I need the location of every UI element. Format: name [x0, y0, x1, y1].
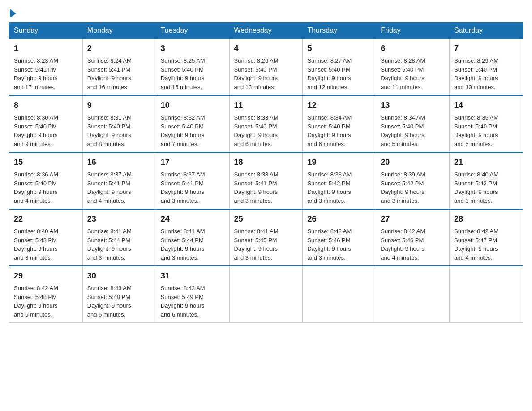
- calendar-week-row: 1Sunrise: 8:23 AMSunset: 5:41 PMDaylight…: [9, 39, 523, 95]
- calendar-cell: [450, 266, 523, 323]
- day-number: 25: [234, 213, 298, 225]
- day-number: 22: [14, 213, 78, 225]
- day-number: 11: [234, 99, 298, 111]
- day-number: 31: [161, 270, 225, 282]
- calendar-cell: 14Sunrise: 8:35 AMSunset: 5:40 PMDayligh…: [450, 95, 523, 152]
- calendar-cell: 19Sunrise: 8:38 AMSunset: 5:42 PMDayligh…: [303, 152, 376, 209]
- day-number: 23: [87, 213, 151, 225]
- day-number: 2: [87, 43, 151, 55]
- calendar-cell: 23Sunrise: 8:41 AMSunset: 5:44 PMDayligh…: [82, 209, 156, 266]
- calendar-cell: 3Sunrise: 8:25 AMSunset: 5:40 PMDaylight…: [156, 39, 229, 95]
- page-header: [9, 9, 523, 18]
- calendar-cell: 13Sunrise: 8:34 AMSunset: 5:40 PMDayligh…: [376, 95, 450, 152]
- day-number: 20: [381, 156, 445, 168]
- calendar-week-row: 15Sunrise: 8:36 AMSunset: 5:40 PMDayligh…: [9, 152, 523, 209]
- calendar-cell: 27Sunrise: 8:42 AMSunset: 5:46 PMDayligh…: [376, 209, 450, 266]
- calendar-cell: 16Sunrise: 8:37 AMSunset: 5:41 PMDayligh…: [82, 152, 156, 209]
- calendar-cell: 24Sunrise: 8:41 AMSunset: 5:44 PMDayligh…: [156, 209, 229, 266]
- calendar-header-thursday: Thursday: [303, 23, 376, 39]
- calendar-week-row: 22Sunrise: 8:40 AMSunset: 5:43 PMDayligh…: [9, 209, 523, 266]
- calendar-cell: [229, 266, 303, 323]
- day-number: 24: [161, 213, 225, 225]
- calendar-cell: 20Sunrise: 8:39 AMSunset: 5:42 PMDayligh…: [376, 152, 450, 209]
- day-number: 29: [14, 270, 78, 282]
- calendar-header-row: SundayMondayTuesdayWednesdayThursdayFrid…: [9, 23, 523, 39]
- calendar-cell: 6Sunrise: 8:28 AMSunset: 5:40 PMDaylight…: [376, 39, 450, 95]
- day-number: 4: [234, 43, 298, 55]
- calendar-cell: [376, 266, 450, 323]
- calendar-cell: 15Sunrise: 8:36 AMSunset: 5:40 PMDayligh…: [9, 152, 83, 209]
- day-number: 28: [454, 213, 518, 225]
- day-number: 15: [14, 156, 78, 168]
- calendar-cell: 26Sunrise: 8:42 AMSunset: 5:46 PMDayligh…: [303, 209, 376, 266]
- day-number: 13: [381, 99, 445, 111]
- day-number: 19: [307, 156, 371, 168]
- calendar-cell: 4Sunrise: 8:26 AMSunset: 5:40 PMDaylight…: [229, 39, 303, 95]
- calendar-cell: 29Sunrise: 8:42 AMSunset: 5:48 PMDayligh…: [9, 266, 83, 323]
- day-number: 12: [307, 99, 371, 111]
- day-number: 30: [87, 270, 151, 282]
- day-number: 21: [454, 156, 518, 168]
- day-number: 18: [234, 156, 298, 168]
- day-number: 1: [14, 43, 78, 55]
- day-number: 7: [454, 43, 518, 55]
- calendar-header-wednesday: Wednesday: [229, 23, 303, 39]
- calendar-header-saturday: Saturday: [450, 23, 523, 39]
- calendar-cell: 5Sunrise: 8:27 AMSunset: 5:40 PMDaylight…: [303, 39, 376, 95]
- calendar-header-tuesday: Tuesday: [156, 23, 229, 39]
- calendar-cell: [303, 266, 376, 323]
- day-number: 27: [381, 213, 445, 225]
- calendar-cell: 18Sunrise: 8:38 AMSunset: 5:41 PMDayligh…: [229, 152, 303, 209]
- calendar-cell: 30Sunrise: 8:43 AMSunset: 5:48 PMDayligh…: [82, 266, 156, 323]
- calendar-header-sunday: Sunday: [9, 23, 83, 39]
- calendar-cell: 7Sunrise: 8:29 AMSunset: 5:40 PMDaylight…: [450, 39, 523, 95]
- logo: [9, 9, 17, 18]
- day-number: 3: [161, 43, 225, 55]
- day-number: 6: [381, 43, 445, 55]
- calendar-cell: 8Sunrise: 8:30 AMSunset: 5:40 PMDaylight…: [9, 95, 83, 152]
- calendar-week-row: 29Sunrise: 8:42 AMSunset: 5:48 PMDayligh…: [9, 266, 523, 323]
- logo-arrow-icon: [10, 9, 16, 18]
- calendar-cell: 9Sunrise: 8:31 AMSunset: 5:40 PMDaylight…: [82, 95, 156, 152]
- calendar-cell: 22Sunrise: 8:40 AMSunset: 5:43 PMDayligh…: [9, 209, 83, 266]
- calendar-cell: 28Sunrise: 8:42 AMSunset: 5:47 PMDayligh…: [450, 209, 523, 266]
- calendar-cell: 21Sunrise: 8:40 AMSunset: 5:43 PMDayligh…: [450, 152, 523, 209]
- calendar-cell: 11Sunrise: 8:33 AMSunset: 5:40 PMDayligh…: [229, 95, 303, 152]
- day-number: 5: [307, 43, 371, 55]
- day-number: 14: [454, 99, 518, 111]
- calendar-header-friday: Friday: [376, 23, 450, 39]
- calendar-week-row: 8Sunrise: 8:30 AMSunset: 5:40 PMDaylight…: [9, 95, 523, 152]
- day-number: 9: [87, 99, 151, 111]
- calendar-cell: 10Sunrise: 8:32 AMSunset: 5:40 PMDayligh…: [156, 95, 229, 152]
- day-number: 10: [161, 99, 225, 111]
- day-number: 17: [161, 156, 225, 168]
- calendar-header-monday: Monday: [82, 23, 156, 39]
- calendar-cell: 31Sunrise: 8:43 AMSunset: 5:49 PMDayligh…: [156, 266, 229, 323]
- calendar-cell: 1Sunrise: 8:23 AMSunset: 5:41 PMDaylight…: [9, 39, 83, 95]
- day-number: 26: [307, 213, 371, 225]
- calendar-cell: 2Sunrise: 8:24 AMSunset: 5:41 PMDaylight…: [82, 39, 156, 95]
- calendar-cell: 25Sunrise: 8:41 AMSunset: 5:45 PMDayligh…: [229, 209, 303, 266]
- calendar-cell: 12Sunrise: 8:34 AMSunset: 5:40 PMDayligh…: [303, 95, 376, 152]
- calendar-cell: 17Sunrise: 8:37 AMSunset: 5:41 PMDayligh…: [156, 152, 229, 209]
- day-number: 16: [87, 156, 151, 168]
- calendar-table: SundayMondayTuesdayWednesdayThursdayFrid…: [9, 22, 523, 323]
- day-number: 8: [14, 99, 78, 111]
